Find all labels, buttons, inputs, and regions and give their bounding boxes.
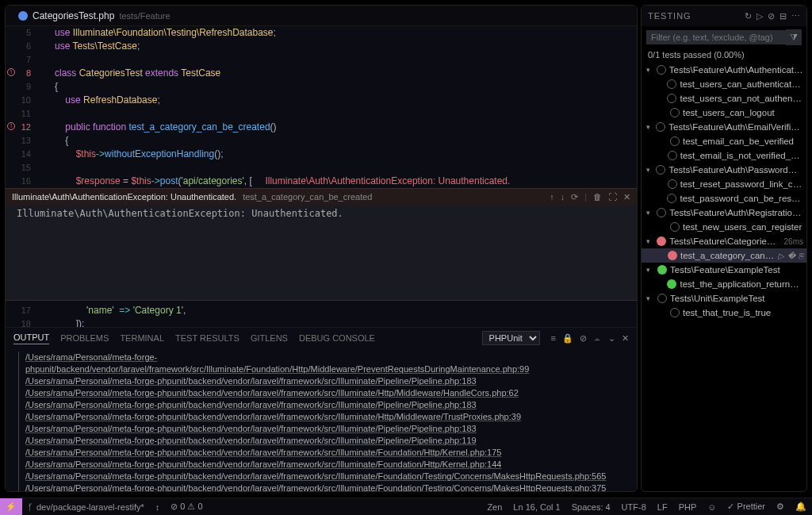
remote-indicator[interactable]: ⚡ <box>0 498 22 516</box>
error-peek-view: Illuminate\Auth\AuthenticationException:… <box>6 188 637 301</box>
stack-frame[interactable]: /Users/rama/Personal/meta-forge-phpunit/… <box>25 423 627 435</box>
test-suite[interactable]: ▾Tests\Feature\Auth\RegistrationTest <box>642 206 806 220</box>
test-case[interactable]: test_that_true_is_true <box>642 306 806 320</box>
list-icon[interactable]: ≡ <box>551 333 556 344</box>
show-output-icon[interactable]: ⊟ <box>779 11 787 21</box>
status-pending-icon <box>670 222 680 232</box>
debug-test-icon[interactable]: � <box>787 252 795 260</box>
bottom-panel: OUTPUTPROBLEMSTERMINALTEST RESULTSGITLEN… <box>6 327 637 491</box>
trash-icon[interactable]: 🗑 <box>593 192 602 202</box>
testing-title: TESTING <box>648 11 691 21</box>
encoding-status[interactable]: UTF-8 <box>616 502 652 512</box>
status-bar: ⚡ ᚶ dev/package-laravel-restify* ↕ ⊘ 0 ⚠… <box>0 498 812 515</box>
prettier-status[interactable]: ✓ Prettier <box>722 502 771 512</box>
test-case[interactable]: test_users_can_authenticate_using_the_lo… <box>642 77 806 91</box>
notifications-icon[interactable]: 🔔 <box>790 502 812 512</box>
stack-frame[interactable]: /Users/rama/Personal/meta-forge-phpunit/… <box>25 435 627 447</box>
test-case[interactable]: test_users_can_not_authenticate_with_inv… <box>642 91 806 106</box>
test-filter-input[interactable] <box>646 30 786 44</box>
test-status: 0/1 tests passed (0.00%) <box>642 48 806 61</box>
zen-mode[interactable]: Zen <box>481 502 508 512</box>
code-editor[interactable]: 5678910111213141516 use Illuminate\Found… <box>6 26 637 327</box>
status-pass-icon <box>667 279 676 289</box>
status-pending-icon <box>657 65 666 75</box>
status-pending-icon <box>668 151 677 160</box>
status-pending-icon <box>667 194 676 203</box>
git-branch[interactable]: ᚶ dev/package-laravel-restify* <box>22 502 150 512</box>
tab-filename: CategoriesTest.php <box>33 10 114 21</box>
peek-title: Illuminate\Auth\AuthenticationException:… <box>12 192 236 202</box>
status-pending-icon <box>670 136 680 146</box>
peek-prev-icon[interactable]: ↑ <box>550 192 554 202</box>
problems-status[interactable]: ⊘ 0 ⚠ 0 <box>165 502 208 512</box>
test-case[interactable]: test_users_can_logout <box>642 106 806 120</box>
stack-frame[interactable]: /Users/rama/Personal/meta-forge-phpunit/… <box>25 447 627 459</box>
tab-path: tests/Feature <box>119 11 170 21</box>
git-sync[interactable]: ↕ <box>150 502 166 512</box>
output-content[interactable]: /Users/rama/Personal/meta-forge-phpunit/… <box>6 348 637 491</box>
peek-subtitle: test_a_category_can_be_created <box>243 192 372 202</box>
panel-tab-test-results[interactable]: TEST RESULTS <box>175 333 239 343</box>
close-icon[interactable]: ✕ <box>622 333 629 344</box>
run-all-icon[interactable]: ▷ <box>756 11 763 21</box>
test-case[interactable]: test_email_can_be_verified <box>642 134 806 148</box>
indent-status[interactable]: Spaces: 4 <box>566 502 616 512</box>
panel-tab-output[interactable]: OUTPUT <box>13 332 49 344</box>
status-pending-icon <box>670 308 680 317</box>
status-pending-icon <box>657 294 667 303</box>
test-tree[interactable]: ▾Tests\Feature\Auth\AuthenticationTestte… <box>642 61 806 491</box>
run-test-icon[interactable]: ▷ <box>778 252 784 260</box>
test-case[interactable]: test_new_users_can_register <box>642 220 806 234</box>
stack-frame[interactable]: /Users/rama/Personal/meta-forge-phpunit/… <box>25 411 627 423</box>
cursor-position[interactable]: Ln 16, Col 1 <box>508 502 565 512</box>
filter-icon[interactable]: ⧩ <box>786 29 802 45</box>
test-case[interactable]: test_password_can_be_reset_with_valid_to… <box>642 191 806 206</box>
lock-icon[interactable]: 🔒 <box>562 333 573 344</box>
panel-tab-terminal[interactable]: TERMINAL <box>120 333 164 343</box>
status-pending-icon <box>656 122 665 132</box>
test-case[interactable]: test_a_category_can_be_created▷�⎘ <box>642 248 806 263</box>
panel-tab-debug-console[interactable]: DEBUG CONSOLE <box>299 333 375 343</box>
feedback-icon[interactable]: ☺ <box>702 502 722 512</box>
status-fail-icon <box>657 236 666 246</box>
test-case[interactable]: test_email_is_not_verified_with_invalid_… <box>642 148 806 163</box>
editor-tab-bar: CategoriesTest.php tests/Feature <box>6 6 637 26</box>
test-suite[interactable]: ▾Tests\Feature\ExampleTest <box>642 263 806 277</box>
status-pending-icon <box>667 94 676 103</box>
stop-icon[interactable]: ⊘ <box>768 11 775 21</box>
test-suite[interactable]: ▾Tests\Feature\Auth\AuthenticationTest <box>642 63 806 77</box>
peek-body: Illuminate\Auth\AuthenticationException:… <box>6 205 637 300</box>
test-case[interactable]: test_the_application_returns_a_successfu… <box>642 277 806 291</box>
eol-status[interactable]: LF <box>652 502 673 512</box>
test-suite[interactable]: ▾Tests\Feature\CategoriesTest26ms <box>642 234 806 248</box>
output-channel-select[interactable]: PHPUnit <box>482 331 540 345</box>
test-suite[interactable]: ▾Tests\Feature\Auth\PasswordResetTest <box>642 163 806 177</box>
more-icon[interactable]: ⋯ <box>791 11 800 21</box>
split-icon[interactable]: ⫠ <box>593 333 602 344</box>
language-status[interactable]: PHP <box>673 502 703 512</box>
editor-tab[interactable]: CategoriesTest.php tests/Feature <box>12 6 177 26</box>
goto-test-icon[interactable]: ⎘ <box>799 252 803 260</box>
peek-next-icon[interactable]: ↓ <box>561 192 565 202</box>
stack-frame[interactable]: /Users/rama/Personal/meta-forge-phpunit/… <box>25 471 627 482</box>
refresh-icon[interactable]: ↻ <box>745 11 752 21</box>
stack-frame[interactable]: /Users/rama/Personal/meta-forge-phpunit/… <box>25 352 627 375</box>
test-suite[interactable]: ▾Tests\Unit\ExampleTest <box>642 291 806 306</box>
copilot-icon[interactable]: ⚙ <box>771 502 790 512</box>
peek-history-icon[interactable]: ⟳ <box>571 192 578 202</box>
stack-frame[interactable]: /Users/rama/Personal/meta-forge-phpunit/… <box>25 459 627 471</box>
stack-frame[interactable]: /Users/rama/Personal/meta-forge-phpunit/… <box>25 399 627 411</box>
stack-frame[interactable]: /Users/rama/Personal/meta-forge-phpunit/… <box>25 482 627 491</box>
clear-icon[interactable]: ⊘ <box>580 333 587 344</box>
status-pending-icon <box>670 108 680 117</box>
stack-frame[interactable]: /Users/rama/Personal/meta-forge-phpunit/… <box>25 375 627 387</box>
stack-frame[interactable]: /Users/rama/Personal/meta-forge-phpunit/… <box>25 387 627 399</box>
expand-icon[interactable]: ⛶ <box>608 192 617 202</box>
chevron-down-icon[interactable]: ⌄ <box>608 333 615 344</box>
close-icon[interactable]: ✕ <box>623 192 630 202</box>
panel-tab-problems[interactable]: PROBLEMS <box>60 333 109 343</box>
panel-tab-gitlens[interactable]: GITLENS <box>251 333 288 343</box>
test-case[interactable]: test_reset_password_link_can_be_requeste… <box>642 177 806 191</box>
test-suite[interactable]: ▾Tests\Feature\Auth\EmailVerificationTes… <box>642 120 806 134</box>
status-pending-icon <box>668 179 677 189</box>
